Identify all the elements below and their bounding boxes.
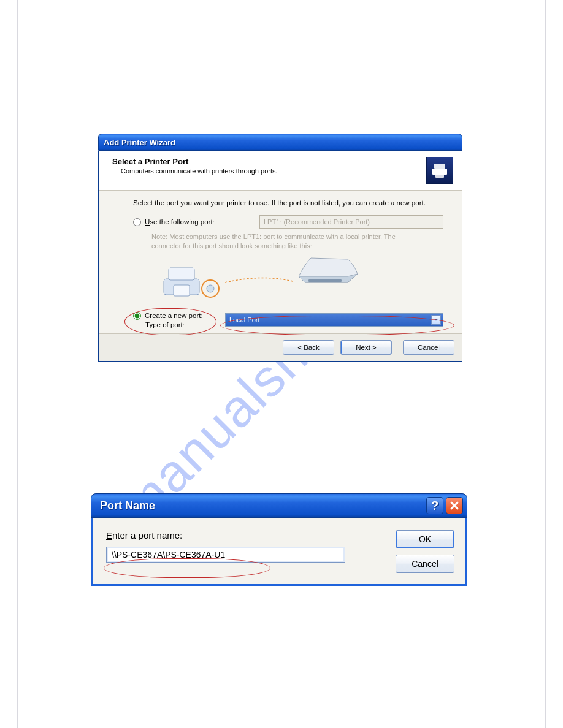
type-of-port-label: Type of port: [145,321,225,328]
ok-button[interactable]: OK [396,530,454,548]
wizard-heading: Select a Printer Port [112,157,420,166]
printer-icon [426,157,453,184]
add-printer-wizard-dialog: Add Printer Wizard Select a Printer Port… [98,134,462,362]
radio-use-input[interactable] [133,218,141,226]
svg-point-7 [207,285,214,292]
wizard-button-strip: < Back Next > Next > Cancel [99,333,462,361]
wizard-titlebar[interactable]: Add Printer Wizard [98,134,462,151]
wizard-instruction: Select the port you want your printer to… [133,199,443,207]
svg-rect-4 [169,268,194,280]
help-icon[interactable]: ? [426,497,443,514]
port-name-dialog: Port Name ? Enter a port name: Enter a p… [91,493,467,586]
close-icon[interactable] [446,497,463,514]
cancel-button-portdlg[interactable]: Cancel [396,555,454,573]
port-name-input[interactable] [106,547,345,563]
wizard-subtitle: Computers communicate with printers thro… [121,167,420,175]
svg-rect-2 [435,172,444,178]
port-name-prompt: Enter a port name: Enter a port name: [106,530,385,540]
port-type-select[interactable]: Local Port [225,313,443,327]
svg-rect-8 [308,279,342,282]
port-select-disabled: LPT1: (Recommended Printer Port) [259,215,443,229]
radio-create-input[interactable] [133,312,141,320]
wizard-note: Note: Most computers use the LPT1: port … [151,232,427,251]
back-button[interactable]: < Back [283,340,334,355]
cancel-button[interactable]: Cancel [403,340,454,355]
port-type-value: Local Port [229,316,260,324]
radio-create-label: Create a new port: [145,312,203,319]
port-name-titlebar[interactable]: Port Name ? [91,493,467,518]
radio-use-existing-port[interactable]: UUse the following port:se the following… [133,215,443,229]
port-name-title: Port Name [100,499,155,512]
svg-rect-5 [174,285,190,296]
chevron-down-icon[interactable] [431,315,441,325]
radio-create-new-port[interactable]: Create a new port: Create a new port: [133,312,225,320]
radio-use-label: UUse the following port:se the following… [145,218,215,226]
svg-rect-0 [434,164,445,169]
connector-illustration [151,256,443,303]
wizard-title: Add Printer Wizard [104,138,175,147]
next-button[interactable]: Next > Next > [340,340,392,355]
